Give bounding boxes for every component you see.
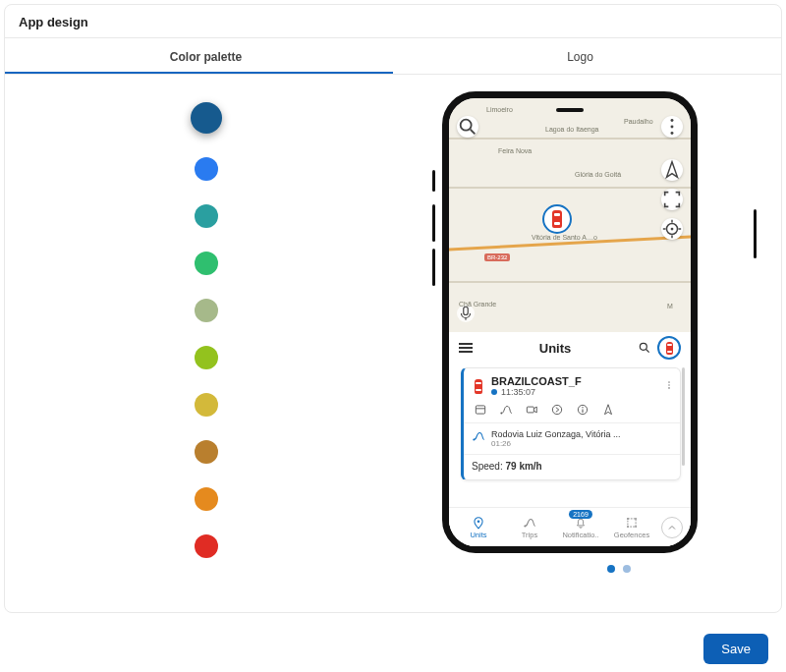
- svg-point-16: [668, 387, 670, 389]
- unit-filter-button[interactable]: [657, 336, 681, 360]
- scroll-indicator[interactable]: [682, 367, 685, 466]
- color-swatch[interactable]: [191, 102, 222, 134]
- info-icon: [576, 403, 590, 417]
- divider: [464, 422, 680, 423]
- map-place-label: Glória do Goitá: [575, 171, 621, 178]
- color-swatch[interactable]: [195, 440, 218, 464]
- bottom-nav: Units Trips 2169 Notificatio..: [449, 507, 691, 546]
- video-icon: [525, 403, 538, 417]
- unit-card[interactable]: BRAZILCOAST_F 11:35:07: [461, 367, 681, 480]
- section-title: App design: [19, 5, 767, 37]
- tab-logo[interactable]: Logo: [393, 38, 767, 74]
- map-minor-road: [449, 281, 691, 283]
- frame-icon: [661, 189, 683, 210]
- more-vertical-icon: [664, 378, 674, 392]
- map-minor-road: [449, 138, 691, 140]
- carousel-dot[interactable]: [607, 565, 615, 573]
- pin-icon: [472, 516, 485, 530]
- route-icon: [472, 429, 485, 443]
- nav-label: Units: [470, 531, 486, 539]
- svg-line-13: [646, 350, 649, 353]
- vehicle-marker[interactable]: [542, 204, 572, 234]
- color-swatch[interactable]: [195, 393, 218, 417]
- more-vertical-icon: [661, 116, 683, 138]
- nav-units[interactable]: Units: [457, 516, 500, 539]
- unit-icon: [472, 375, 485, 397]
- color-swatch[interactable]: [195, 487, 218, 511]
- svg-point-25: [473, 438, 475, 440]
- car-icon: [475, 379, 482, 394]
- phone-wrapper: BR-232: [442, 91, 747, 573]
- card-icon: [474, 403, 487, 417]
- map-place-label: Limoeiro: [486, 106, 513, 113]
- action-navigate[interactable]: [601, 403, 615, 417]
- action-info[interactable]: [576, 403, 590, 417]
- compass-icon: [661, 159, 683, 181]
- preview-column: BR-232: [393, 75, 767, 589]
- road-badge: BR-232: [484, 253, 510, 261]
- route-icon: [499, 403, 513, 417]
- svg-point-0: [461, 120, 472, 131]
- map-locate-button[interactable]: [661, 218, 683, 240]
- phone-side-button: [754, 209, 757, 258]
- route-icon: [472, 429, 485, 443]
- color-swatch[interactable]: [195, 299, 218, 322]
- map-frame-button[interactable]: [661, 189, 683, 210]
- unit-location-row: Rodovia Luiz Gonzaga, Vitória ... 01:26: [472, 429, 672, 448]
- svg-point-6: [671, 228, 674, 231]
- map-compass-button[interactable]: [661, 159, 683, 181]
- sheet-title: Units: [473, 341, 638, 356]
- map-search-button[interactable]: [457, 116, 478, 138]
- color-swatch[interactable]: [195, 534, 218, 558]
- color-swatch[interactable]: [195, 252, 218, 275]
- map-more-button[interactable]: [661, 116, 683, 138]
- phone-side-button: [432, 204, 435, 242]
- color-swatch[interactable]: [195, 346, 218, 369]
- carousel-dot[interactable]: [623, 565, 631, 573]
- unit-header: BRAZILCOAST_F 11:35:07: [472, 375, 672, 397]
- svg-point-32: [635, 526, 637, 528]
- svg-point-15: [668, 384, 670, 386]
- map-area[interactable]: BR-232: [449, 98, 691, 332]
- car-icon: [552, 210, 562, 228]
- sheet-header: Units: [449, 332, 691, 364]
- menu-button[interactable]: [459, 347, 473, 349]
- nav-geofences[interactable]: Geofences: [610, 516, 653, 539]
- unit-time: 11:35:07: [501, 387, 535, 397]
- action-route[interactable]: [499, 403, 513, 417]
- svg-point-3: [671, 126, 674, 129]
- geofence-icon: [625, 516, 639, 530]
- nav-expand-button[interactable]: [661, 517, 683, 538]
- action-video[interactable]: [525, 403, 538, 417]
- map-minor-road: [449, 187, 691, 189]
- color-swatch[interactable]: [195, 157, 218, 181]
- svg-point-26: [477, 520, 480, 523]
- search-icon: [457, 116, 478, 138]
- svg-line-1: [471, 130, 476, 135]
- tab-color-palette[interactable]: Color palette: [19, 38, 393, 74]
- action-share[interactable]: [550, 403, 564, 417]
- svg-point-19: [500, 413, 502, 415]
- color-palette-column: [19, 75, 393, 589]
- route-icon: [523, 516, 536, 530]
- crosshair-icon: [661, 218, 683, 240]
- svg-rect-28: [628, 518, 636, 526]
- action-details[interactable]: [474, 403, 487, 417]
- phone-side-button: [432, 249, 435, 286]
- status-dot: [491, 389, 497, 395]
- nav-trips[interactable]: Trips: [508, 516, 551, 539]
- speed-label: Speed:: [472, 461, 503, 472]
- svg-point-29: [627, 518, 629, 520]
- carousel-dots: [491, 565, 747, 573]
- map-place-label: M: [667, 303, 673, 309]
- sheet-search-button[interactable]: [638, 341, 651, 355]
- svg-rect-17: [476, 406, 484, 414]
- nav-notifications[interactable]: 2169 Notificatio..: [559, 516, 602, 539]
- unit-name: BRAZILCOAST_F: [491, 375, 582, 387]
- unit-more-button[interactable]: [664, 378, 674, 394]
- svg-point-4: [671, 132, 674, 135]
- color-swatch[interactable]: [195, 204, 218, 228]
- save-button[interactable]: Save: [703, 634, 768, 664]
- map-place-label: Chã Grande: [459, 301, 496, 308]
- svg-rect-20: [527, 407, 533, 413]
